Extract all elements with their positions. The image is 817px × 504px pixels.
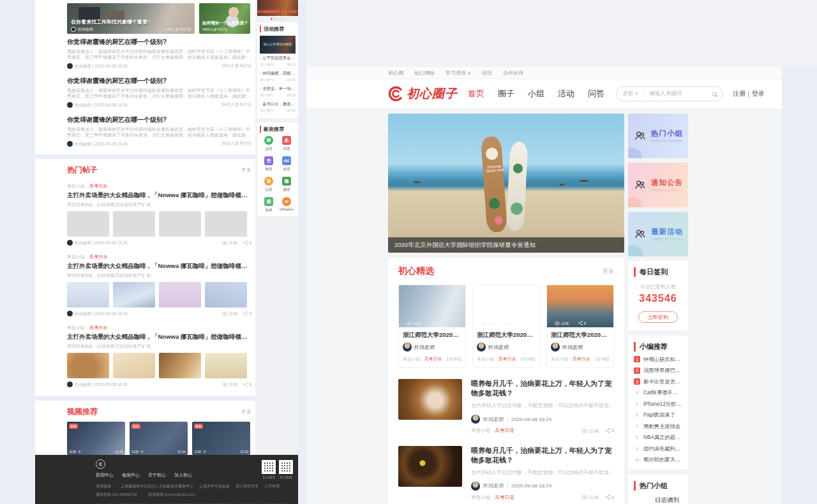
signin-button[interactable]: 立即签到 <box>638 311 678 323</box>
board-item[interactable]: 法 法语 <box>260 177 278 193</box>
activity-item[interactable]: 公平贸易思享会｜以面递… 35人参与 05-20 <box>260 54 296 69</box>
featured-card-author[interactable]: 炸鸡老师 <box>414 344 435 351</box>
board-icon[interactable]: 한 <box>264 156 273 165</box>
editor-pick-text[interactable]: iPhone12分阶段发布 <box>643 401 682 408</box>
qa-post[interactable]: 你觉得谢霆锋的厨艺在哪一个级别? 我是美食达人：谢霆锋厨艺水平已经获得国际美食权… <box>67 34 251 73</box>
group-link[interactable]: 高考日语 <box>573 357 590 361</box>
row-photo[interactable] <box>398 379 462 420</box>
videos-more-link[interactable]: 更多 <box>241 408 251 415</box>
board-icon[interactable]: 拼 <box>264 136 273 145</box>
nav-item[interactable]: 活动 <box>558 88 574 100</box>
nav-item[interactable]: 首页 <box>468 88 484 100</box>
hot-post[interactable]: 来自小组：高考日语 主打外卖场景的大众精品咖啡，「Nowwa 挪瓦咖啡」想做咖啡… <box>67 322 251 392</box>
featured-list-row[interactable]: 喂养每月几千，治病要花上万，年轻人为了宠物多敢花钱？ 当代年轻人可以没对象，不能… <box>398 446 614 501</box>
activity-item[interactable]: 林间偶遇，琼楼玉宇，高… 35人参与 05-20 <box>260 69 296 84</box>
thumbnail-photo[interactable] <box>113 282 155 308</box>
group-link[interactable]: 高考日语 <box>498 357 516 361</box>
featured-side-image[interactable]: 如何增加一个人的自信？ 4868人参与讨论 <box>199 3 250 34</box>
register-login-links[interactable]: 注册｜登录 <box>733 89 765 98</box>
activity-item[interactable]: 蓝天白云，邂逅最美稻城 35人参与 05-20 <box>260 100 296 115</box>
carousel-dot[interactable] <box>280 18 282 20</box>
editor-pick-text[interactable]: 新卡出世是否值得置… <box>643 378 682 385</box>
board-icon[interactable]: 德 <box>282 177 291 186</box>
nav-item[interactable]: 圈子 <box>498 88 514 100</box>
hero-banner[interactable]: Summer never end 2020年北京外国语大学国际组织学院保研夏令营… <box>388 114 624 253</box>
activity-item-title[interactable]: 去安流，来一场「特色美… <box>260 86 296 92</box>
activity-banner-image[interactable]: 初心公开课活动推荐 <box>260 36 296 54</box>
hot-post-title[interactable]: 主打外卖场景的大众精品咖啡，「Nowwa 挪瓦咖啡」想做咖啡领域的优衣库 <box>67 191 251 200</box>
footer-link[interactable]: 关于初心 <box>148 472 166 478</box>
sidebar-shortcut-card[interactable]: 通知公告 ANNOUNCEMENT <box>628 163 688 207</box>
friend-link[interactable]: 上海大学生基金会 <box>199 484 230 489</box>
carousel-dot[interactable] <box>277 18 279 20</box>
featured-card-author[interactable]: 炸鸡老师 <box>488 344 509 351</box>
video-thumbnail[interactable]: 视频 1138 · 8 01:30 <box>192 422 250 455</box>
featured-card-title[interactable]: 浙江师范大学2020年硕士… <box>551 331 610 339</box>
thumbnail-photo[interactable] <box>159 282 201 308</box>
thumbnail-photo[interactable] <box>67 353 109 378</box>
editor-pick-item[interactable]: 10 菊次郎的夏天内地定档 <box>634 456 682 463</box>
activity-item-title[interactable]: 公平贸易思享会｜以面递… <box>260 56 296 61</box>
video-thumbnail[interactable]: 视频 1138 · 8 01:30 <box>130 422 188 455</box>
footer-link[interactable]: 新闻中心 <box>96 472 114 478</box>
search-filter-dropdown[interactable]: 全部 ∨ <box>622 90 639 98</box>
board-item[interactable]: HI! HiNative <box>278 197 296 213</box>
search-bar[interactable]: 全部 ∨ ｜ 请输入关键词 <box>616 86 723 101</box>
footer-link[interactable]: 视频中心 <box>122 472 140 478</box>
featured-card[interactable]: 1138 8 浙江师范大学2020年硕士… 炸鸡老师 来自小组：高考日语 1分钟… <box>472 285 540 367</box>
board-icon[interactable]: ABC <box>282 156 291 165</box>
editor-pick-text[interactable]: NBA真正的超级巨星 <box>643 434 682 441</box>
board-icon[interactable]: 册 <box>264 197 273 206</box>
row-title[interactable]: 喂养每月几千，治病要花上万，年轻人为了宠物多敢花钱？ <box>471 446 614 465</box>
featured-more-link[interactable]: 更多 <box>603 267 614 276</box>
thumbnail-photo[interactable] <box>205 353 247 378</box>
editor-pick-text[interactable]: Cat秋季赛不上场 <box>643 389 682 396</box>
featured-card[interactable]: 1138 8 浙江师范大学2020年硕士… 炸鸡老师 来自小组：高考日语 1分钟… <box>398 285 466 367</box>
board-item[interactable]: 한 韩语 <box>260 156 278 172</box>
editor-pick-text[interactable]: Papi酱回来了 <box>643 411 675 419</box>
sidebar-shortcut-card[interactable]: 最新活动 LAREST ACTIVITIES <box>628 212 688 256</box>
utility-nav-link[interactable]: 初心网 <box>388 70 403 77</box>
thumbnail-photo[interactable] <box>113 353 155 378</box>
qa-post-title[interactable]: 你觉得谢霆锋的厨艺在哪一个级别? <box>67 38 251 47</box>
qa-post[interactable]: 你觉得谢霆锋的厨艺在哪一个级别? 我是美食达人：谢霆锋厨艺水平已经获得国际美食权… <box>67 73 251 112</box>
featured-card-author[interactable]: 炸鸡老师 <box>562 344 583 351</box>
utility-nav-link[interactable]: 学习资讯 ∨ <box>446 70 471 77</box>
featured-main-image[interactable]: 在你看来找工作和找对象哪个重要? 炸鸡老师 230人参与讨论 <box>67 3 195 34</box>
featured-card-title[interactable]: 浙江师范大学2020年硕士… <box>477 331 536 339</box>
thumbnail-photo[interactable] <box>205 211 247 237</box>
thumbnail-photo[interactable] <box>159 353 201 378</box>
editor-pick-text[interactable]: 德约误伤裁判被美… <box>643 445 682 452</box>
activity-item[interactable]: 去安流，来一场「特色美… 35人参与 05-20 <box>260 84 296 100</box>
editor-pick-item[interactable]: 2 法国球星姆巴佩新冠… <box>634 367 682 374</box>
carousel-dot[interactable] <box>271 18 273 20</box>
thumbnail-photo[interactable] <box>67 282 109 308</box>
group-link[interactable]: 高考日语 <box>424 357 442 361</box>
editor-pick-item[interactable]: 1 钟南山获共和国勋章 <box>634 356 682 363</box>
board-item[interactable]: ABC 英语 <box>278 156 296 172</box>
group-name[interactable]: 日语调剂 <box>655 496 679 504</box>
utility-nav-link[interactable]: 论坛 <box>482 70 492 77</box>
board-icon[interactable]: 法 <box>264 177 273 186</box>
footer-link[interactable]: 加入初心 <box>174 472 192 478</box>
board-item[interactable]: 拼 汉语 <box>260 136 278 152</box>
group-link[interactable]: 高考日语 <box>495 494 514 500</box>
carousel-dot[interactable] <box>283 18 285 20</box>
editor-pick-text[interactable]: 黑豹男主追悼会 <box>643 423 680 430</box>
hot-group-row[interactable]: 日语调剂 2983人关注 <box>634 496 682 504</box>
group-thumbnail[interactable] <box>634 496 650 504</box>
board-item[interactable]: 德 德语 <box>278 177 296 193</box>
qa-post-title[interactable]: 你觉得谢霆锋的厨艺在哪一个级别? <box>67 115 251 124</box>
board-item[interactable]: あ 日语 <box>278 136 296 152</box>
video-thumbnail[interactable]: 视频 1138 · 8 01:30 <box>67 422 125 455</box>
editor-pick-item[interactable]: 4 Cat秋季赛不上场 <box>634 389 682 396</box>
featured-card[interactable]: 1138 8 浙江师范大学2020年硕士… 炸鸡老师 来自小组：高考日语 1分钟… <box>546 285 614 367</box>
editor-pick-item[interactable]: 5 iPhone12分阶段发布 <box>634 401 682 408</box>
hot-post-title[interactable]: 主打外卖场景的大众精品咖啡，「Nowwa 挪瓦咖啡」想做咖啡领域的优衣库 <box>67 262 251 271</box>
featured-list-row[interactable]: 喂养每月几千，治病要花上万，年轻人为了宠物多敢花钱？ 当代年轻人可以没对象，不能… <box>398 379 614 434</box>
carousel-dots[interactable] <box>257 16 298 22</box>
featured-card-photo[interactable]: 1138 8 <box>547 285 613 327</box>
editor-pick-item[interactable]: 3 新卡出世是否值得置… <box>634 378 682 385</box>
activity-item-title[interactable]: 蓝天白云，邂逅最美稻城 <box>260 101 296 107</box>
editor-pick-item[interactable]: 6 Papi酱回来了 <box>634 411 682 419</box>
